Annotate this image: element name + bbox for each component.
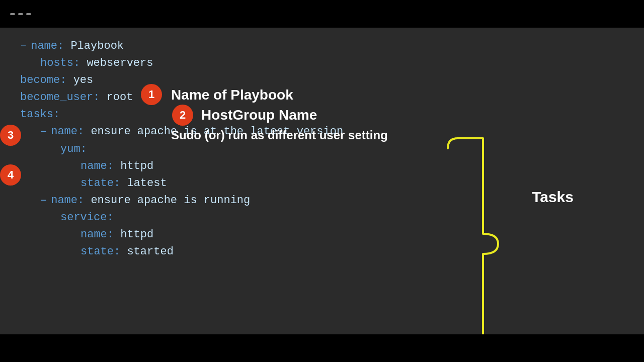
key-hosts: hosts: [40, 55, 80, 72]
main-content: – name: Playbook hosts: webservers becom… [0, 28, 644, 334]
dot2 [18, 13, 23, 15]
key-become: become: [20, 72, 66, 89]
annotation-label-3: Sudo (or) run as different user setting [171, 128, 388, 142]
bottom-bar [0, 334, 644, 362]
window-controls [10, 13, 31, 15]
val-latest: latest [127, 175, 167, 192]
code-block: – name: Playbook hosts: webservers becom… [20, 38, 624, 260]
val-started: started [127, 243, 173, 260]
code-line-7: yum: [20, 141, 624, 158]
bubble-4: 4 [0, 164, 21, 186]
key-state-1: state: [80, 175, 120, 192]
code-line-12: name: httpd [20, 226, 624, 243]
bubble-1: 1 [141, 84, 162, 105]
annotation-label-1: Name of Playbook [171, 87, 293, 103]
bubble-3: 3 [0, 125, 21, 146]
key-service: service: [60, 209, 114, 226]
key-become-user: become_user: [20, 89, 100, 106]
bubble-2: 2 [172, 105, 193, 126]
key-state-2: state: [80, 243, 120, 260]
val-yes: yes [73, 72, 94, 89]
key-yum: yum: [60, 141, 87, 158]
annotation-label-2: HostGroup Name [201, 107, 317, 123]
val-root: root [107, 89, 133, 106]
code-line-11: service: [20, 209, 624, 226]
code-line-4: become_user: root [20, 89, 624, 106]
dash-1: – [20, 38, 27, 55]
key-name-2: name: [51, 123, 84, 140]
dot3 [26, 13, 31, 15]
key-name-5: name: [80, 226, 114, 243]
key-name-3: name: [80, 158, 114, 175]
curly-brace-tasks [443, 133, 503, 354]
val-ensure-apache-running: ensure apache is running [91, 192, 250, 209]
code-line-3: become: yes [20, 72, 624, 89]
val-webservers: webservers [87, 55, 153, 72]
dash-2: – [40, 123, 47, 140]
code-line-8: name: httpd [20, 158, 624, 175]
val-httpd-2: httpd [120, 226, 153, 243]
val-httpd-1: httpd [120, 158, 153, 175]
code-line-13: state: started [20, 243, 624, 260]
val-playbook: Playbook [70, 38, 124, 55]
code-line-1: – name: Playbook [20, 38, 624, 55]
code-line-2: hosts: webservers [20, 55, 624, 72]
key-tasks: tasks: [20, 106, 60, 123]
code-line-5: tasks: [20, 106, 624, 123]
key-name-1: name: [31, 38, 64, 55]
tasks-label: Tasks [532, 189, 574, 206]
key-name-4: name: [51, 192, 84, 209]
dash-3: – [40, 192, 47, 209]
top-bar [0, 0, 644, 28]
dot1 [10, 13, 15, 15]
